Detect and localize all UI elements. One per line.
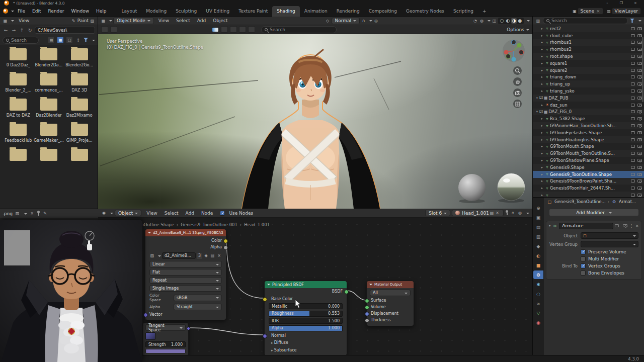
viewport-visibility-icon[interactable] <box>631 48 635 51</box>
render-visibility-icon[interactable] <box>637 75 642 78</box>
extras-icon[interactable]: ⋮ <box>629 223 633 228</box>
filter-funnel-icon[interactable] <box>630 19 634 23</box>
viewport-visibility-icon[interactable] <box>631 159 635 162</box>
normal-map-node[interactable]: Tangent Space Strength 1.000 <box>142 322 189 355</box>
multi-modifier-checkbox[interactable] <box>581 256 586 261</box>
workspace-tab[interactable]: Layout <box>117 6 142 17</box>
properties-tab[interactable]: ⊕ <box>533 204 543 212</box>
viewport-visibility-icon[interactable] <box>631 55 635 58</box>
up-button[interactable]: ↑ <box>19 28 25 33</box>
node-input-row[interactable]: Volume <box>367 304 414 310</box>
folder-item[interactable]: Blender2Da... <box>34 48 64 67</box>
material-selector[interactable]: Head_1.001 ▤ × <box>452 210 504 216</box>
image-texture-node[interactable]: d2_AnimeBase9_H...1 35.png_#E0BCA3 Color… <box>145 229 226 320</box>
breadcrumb-modifier[interactable]: Armat... <box>619 199 636 204</box>
image-icon[interactable]: ▨ <box>149 253 155 259</box>
expander-icon[interactable]: ▸ <box>540 40 544 44</box>
render-visibility-icon[interactable] <box>637 27 642 30</box>
properties-tab[interactable]: ■ <box>533 261 543 269</box>
viewport-visibility-icon[interactable] <box>631 187 635 190</box>
collection-checkbox[interactable]: ☑ <box>539 110 543 114</box>
bone-envelopes-checkbox[interactable] <box>581 270 586 276</box>
pin-icon[interactable] <box>505 210 509 216</box>
viewport-visibility-icon[interactable] <box>631 97 635 100</box>
viewport-visibility-icon[interactable] <box>631 69 635 72</box>
path-field[interactable]: C:\NewSaves\ <box>35 27 95 34</box>
workspace-tab[interactable]: Texture Paint <box>234 6 272 17</box>
viewport-visibility-icon[interactable] <box>631 89 635 93</box>
mode-dropdown[interactable]: Object Mode <box>113 18 154 24</box>
workspace-tab[interactable]: + <box>478 6 491 17</box>
alpha-output-row[interactable]: Alpha <box>145 244 226 250</box>
viewport-visibility-icon[interactable] <box>631 41 635 44</box>
outliner-row[interactable]: ▸ ▿ G9ToonFloatingIris.Shape <box>533 136 644 143</box>
expander-icon[interactable]: ▸ <box>540 103 544 107</box>
open-image-icon[interactable]: ▤ <box>210 253 215 259</box>
properties-tab[interactable]: ⚙ <box>533 270 543 279</box>
bsdf-input-row[interactable]: Metallic 0.000 <box>269 303 343 309</box>
viewport-visibility-icon[interactable] <box>631 138 635 141</box>
shading-material-button[interactable]: ◑ <box>511 18 517 24</box>
properties-tab[interactable]: ▥ <box>533 232 543 241</box>
workspace-tab[interactable]: Shading <box>272 6 300 17</box>
duplicate-material-icon[interactable]: ▤ <box>489 210 495 216</box>
brush-color-swatch[interactable] <box>212 27 219 32</box>
refresh-button[interactable]: ↻ <box>27 28 33 33</box>
render-visibility-icon[interactable] <box>637 62 642 65</box>
viewport-visibility-icon[interactable] <box>631 194 635 197</box>
breadcrumb-item[interactable]: Genesis9_ToonOutline.001 <box>181 222 237 227</box>
properties-tab[interactable]: ∞ <box>533 299 543 308</box>
workspace-tab[interactable]: Modeling <box>141 6 171 17</box>
filter-funnel-icon[interactable] <box>84 38 88 42</box>
unlink-scene-icon[interactable]: × <box>596 9 600 14</box>
render-visibility-icon[interactable] <box>637 145 642 148</box>
minimize-button[interactable]: – <box>602 1 613 5</box>
node-dropdown[interactable]: Linear <box>149 261 222 267</box>
outliner-row[interactable]: ▸ ▿ triang_down <box>533 74 644 81</box>
properties-tab[interactable]: ◐ <box>533 251 543 260</box>
properties-tab[interactable]: ◉ <box>533 318 543 327</box>
expander-icon[interactable]: ▸ <box>540 27 544 31</box>
outliner-row[interactable]: ▸ ▿ square1 <box>533 60 644 67</box>
outliner-row[interactable]: ▸ ▿ rect2 <box>533 25 644 32</box>
outliner-row[interactable]: ▸ ▿ G9ToonShadowPlane.Shape <box>533 157 644 164</box>
bsdf-input-row[interactable]: IOR 1.500 <box>269 318 343 324</box>
edit-mode-toggle-icon[interactable] <box>615 224 619 227</box>
expander-icon[interactable]: ▸ <box>540 151 544 155</box>
menu-item[interactable]: File <box>14 9 29 14</box>
xray-icon[interactable]: ◫ <box>492 18 497 24</box>
render-visibility-icon[interactable] <box>637 173 642 176</box>
render-visibility-icon[interactable] <box>637 97 642 100</box>
folder-item[interactable] <box>3 149 34 163</box>
collection-checkbox[interactable]: ☑ <box>539 96 543 100</box>
object-field[interactable]: □ <box>581 232 638 239</box>
render-visibility-icon[interactable] <box>637 187 642 190</box>
overlays-icon[interactable]: ◍ <box>479 18 485 24</box>
zoom-button[interactable] <box>513 66 522 75</box>
slot-dropdown[interactable]: Slot 6 <box>425 210 450 216</box>
file-search-input[interactable]: Search <box>3 37 39 44</box>
expander-icon[interactable]: ▸ <box>540 158 544 162</box>
image-name-field[interactable]: d2_AnimeB... <box>162 252 196 259</box>
outliner-row[interactable]: ▸ ▿ G9ToonEyelashes.Shape <box>533 129 644 136</box>
viewport-visibility-icon[interactable] <box>631 117 635 120</box>
pan-button[interactable] <box>513 77 522 86</box>
properties-tab[interactable]: ◆ <box>533 242 543 250</box>
image-node-header[interactable]: d2_AnimeBase9_H...1 35.png_#E0BCA3 <box>145 229 226 236</box>
viewport-visibility-icon[interactable] <box>631 166 635 169</box>
shading-wireframe-button[interactable]: ○ <box>499 18 505 24</box>
snap-magnet-icon[interactable]: ∩ <box>361 18 366 24</box>
properties-tab[interactable]: ✱ <box>533 280 543 289</box>
image-icon[interactable]: ▨ <box>15 211 20 217</box>
render-visibility-icon[interactable] <box>637 48 642 51</box>
material-output-node[interactable]: Material Output All Surface Volume Displ… <box>366 281 414 326</box>
render-visibility-icon[interactable] <box>637 110 642 113</box>
outliner-row[interactable]: ▾ ☑ ▦ DAZ_FIG_0 <box>533 109 644 116</box>
outliner-row[interactable]: ▾ ☑ ▦ DAZ_PUB <box>533 95 644 102</box>
brush-settings-button[interactable] <box>230 26 237 33</box>
shader-editor[interactable]: ◉ Object View Select Add Node Use Nodes … <box>98 209 532 355</box>
bsdf-input-row[interactable]: Alpha 1.000 <box>269 325 343 331</box>
expander-icon[interactable]: ▾ <box>535 110 539 114</box>
bsdf-input-row[interactable]: Base Color <box>269 296 343 302</box>
unlink-image-icon[interactable]: × <box>29 211 35 217</box>
